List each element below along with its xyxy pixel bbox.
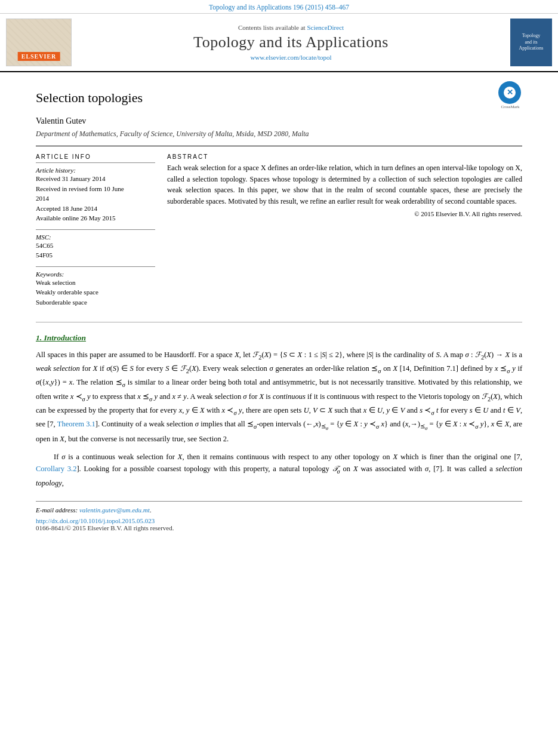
abstract-title: ABSTRACT: [167, 153, 522, 160]
journal-center: Contents lists available at ScienceDirec…: [78, 19, 504, 66]
msc-label: MSC:: [36, 233, 155, 241]
abstract-text: Each weak selection for a space X define…: [167, 162, 522, 207]
article-title: Selection topologies: [36, 90, 143, 106]
msc-block: MSC: 54C65 54F05: [36, 233, 155, 260]
crossmark-badge[interactable]: ✕ CrossMark: [498, 81, 522, 105]
footer: E-mail address: valentin.gutev@um.edu.mt…: [36, 501, 522, 531]
keyword-1: Weak selection: [36, 278, 155, 288]
keyword-2: Weakly orderable space: [36, 287, 155, 297]
article-history-block: Article history: Received 31 January 201…: [36, 167, 155, 223]
footer-email-line: E-mail address: valentin.gutev@um.edu.mt…: [36, 506, 522, 514]
keyword-3: Suborderable space: [36, 297, 155, 308]
abstract-copyright: © 2015 Elsevier B.V. All rights reserved…: [167, 210, 522, 217]
history-received: Received 31 January 2014: [36, 174, 155, 184]
author-name: Valentin Gutev: [36, 116, 522, 126]
top-journal-bar: Topology and its Applications 196 (2015)…: [0, 0, 558, 14]
journal-title: Topology and its Applications: [78, 33, 504, 51]
abstract-section: ABSTRACT Each weak selection for a space…: [167, 153, 522, 313]
history-revised: Received in revised form 10 June2014: [36, 184, 155, 204]
footer-rights: 0166-8641/© 2015 Elsevier B.V. All right…: [36, 524, 522, 531]
sciencedirect-link[interactable]: ScienceDirect: [307, 24, 344, 31]
journal-reference: Topology and its Applications 196 (2015)…: [209, 4, 349, 11]
keywords-block: Keywords: Weak selection Weakly orderabl…: [36, 271, 155, 308]
msc-code-2: 54F05: [36, 250, 155, 260]
article-info-title: ARTICLE INFO: [36, 153, 155, 160]
cover-title: Topologyand itsApplications: [519, 33, 544, 51]
elsevier-label: ELSEVIER: [18, 52, 60, 61]
email-label: E-mail address:: [36, 506, 78, 514]
elsevier-logo: ELSEVIER: [6, 19, 72, 66]
keywords-label: Keywords:: [36, 271, 155, 278]
history-online: Available online 26 May 2015: [36, 213, 155, 223]
doi-link[interactable]: http://dx.doi.org/10.1016/j.topol.2015.0…: [36, 517, 522, 524]
email-address[interactable]: valentin.gutev@um.edu.mt: [79, 506, 150, 514]
contents-line: Contents lists available at ScienceDirec…: [78, 24, 504, 31]
article-info-abstract: ARTICLE INFO Article history: Received 3…: [36, 153, 522, 322]
journal-url[interactable]: www.elsevier.com/locate/topol: [78, 54, 504, 61]
journal-cover-image: Topologyand itsApplications: [510, 19, 552, 66]
article-info-section: ARTICLE INFO Article history: Received 3…: [36, 153, 155, 313]
author-affiliation: Department of Mathematics, Faculty of Sc…: [36, 130, 522, 146]
intro-paragraph-2: If σ is a continuous weak selection for …: [36, 451, 522, 488]
main-content: Selection topologies ✕ CrossMark Valenti…: [0, 72, 558, 543]
journal-header: ELSEVIER Contents lists available at Sci…: [0, 14, 558, 72]
history-label: Article history:: [36, 167, 155, 174]
msc-code-1: 54C65: [36, 241, 155, 251]
crossmark-label: CrossMark: [498, 105, 522, 109]
intro-paragraph-1: All spaces in this paper are assumed to …: [36, 349, 522, 445]
intro-heading: 1. Introduction: [36, 333, 522, 343]
history-accepted: Accepted 18 June 2014: [36, 204, 155, 214]
crossmark-icon: ✕: [507, 88, 513, 97]
